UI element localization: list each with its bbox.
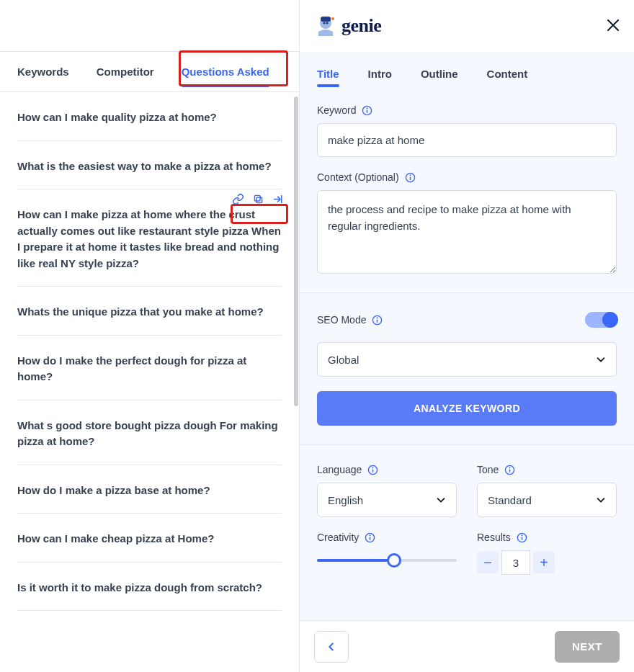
divider <box>300 292 634 293</box>
keyword-label: Keyword <box>317 104 617 116</box>
svg-rect-11 <box>409 176 411 179</box>
analyze-keyword-button[interactable]: ANALYZE KEYWORD <box>317 391 617 426</box>
link-icon[interactable] <box>230 191 246 207</box>
seo-mode-label: SEO Mode <box>317 314 383 326</box>
tab-keywords[interactable]: Keywords <box>17 57 69 86</box>
question-item[interactable]: What is the easiest way to make a pizza … <box>17 141 282 190</box>
info-icon[interactable] <box>362 105 372 116</box>
svg-rect-17 <box>372 469 374 472</box>
seo-mode-toggle[interactable] <box>585 312 617 328</box>
svg-rect-26 <box>521 537 522 539</box>
svg-rect-1 <box>254 195 260 201</box>
results-input[interactable] <box>501 550 530 575</box>
chevron-down-icon <box>594 493 607 506</box>
brand-name: genie <box>341 15 381 37</box>
language-select[interactable]: English <box>317 483 457 517</box>
results-label: Results <box>477 532 617 543</box>
question-text: How do I make the perfect dough for pizz… <box>17 353 282 385</box>
question-text: How do I make a pizza base at home? <box>17 483 282 499</box>
scrollbar[interactable] <box>294 97 298 406</box>
question-item[interactable]: How can I make quality pizza at home? <box>17 92 282 141</box>
brand-logo-icon <box>314 14 337 37</box>
tab-questions-asked[interactable]: Questions Asked <box>182 57 269 86</box>
svg-rect-14 <box>377 319 378 322</box>
info-icon[interactable] <box>367 465 378 475</box>
question-text: What s good store bought pizza dough For… <box>17 418 282 450</box>
tab-title[interactable]: Title <box>317 61 339 87</box>
info-icon[interactable] <box>405 172 416 183</box>
svg-point-5 <box>326 22 328 24</box>
results-decrement[interactable]: − <box>477 552 499 573</box>
left-tabs: Keywords Competitor Questions Asked <box>0 52 299 92</box>
tab-competitor[interactable]: Competitor <box>97 57 154 86</box>
svg-rect-0 <box>256 197 262 202</box>
right-header: genie <box>300 0 634 52</box>
context-input[interactable] <box>317 190 617 274</box>
question-text: How can I make pizza at home where the c… <box>17 207 282 272</box>
language-value: English <box>328 494 363 506</box>
right-footer: NEXT <box>300 620 634 672</box>
results-increment[interactable]: + <box>533 552 555 573</box>
info-icon[interactable] <box>365 532 375 543</box>
tone-label: Tone <box>477 464 617 475</box>
chevron-down-icon <box>434 493 447 506</box>
info-icon[interactable] <box>372 315 383 326</box>
question-item[interactable]: How do I make the perfect dough for pizz… <box>17 336 282 400</box>
question-item[interactable]: Is it worth it to make pizza dough from … <box>17 563 282 611</box>
keyword-input[interactable] <box>317 123 617 157</box>
left-blank-header <box>0 0 299 52</box>
row-actions <box>230 191 286 207</box>
svg-point-27 <box>521 534 522 536</box>
context-label: Context (Optional) <box>317 171 617 183</box>
svg-rect-8 <box>367 109 368 112</box>
region-value: Global <box>328 354 359 366</box>
svg-point-4 <box>323 22 325 24</box>
tone-select[interactable]: Standard <box>477 483 617 517</box>
svg-point-12 <box>409 174 411 176</box>
question-text: How can I make cheap pizza at Home? <box>17 531 282 547</box>
question-text: How can I make quality pizza at home? <box>17 109 282 126</box>
question-item[interactable]: How can I make cheap pizza at Home? <box>17 514 282 563</box>
question-item[interactable]: Whats the unique pizza that you make at … <box>17 287 282 336</box>
insert-icon[interactable] <box>270 191 286 207</box>
question-item[interactable]: How can I make pizza at home where the c… <box>17 189 282 287</box>
language-label: Language <box>317 464 457 475</box>
question-item[interactable]: How do I make a pizza base at home? <box>17 465 282 514</box>
region-select[interactable]: Global <box>317 342 617 377</box>
tab-content[interactable]: Content <box>487 61 528 87</box>
question-item[interactable]: What s good store bought pizza dough For… <box>17 400 282 465</box>
brand: genie <box>314 14 381 37</box>
tab-intro[interactable]: Intro <box>368 61 392 87</box>
question-text: Whats the unique pizza that you make at … <box>17 304 282 321</box>
right-tabs: Title Intro Outline Content <box>300 52 634 87</box>
divider <box>300 444 634 445</box>
svg-point-9 <box>367 107 368 109</box>
svg-rect-23 <box>370 537 371 539</box>
next-button[interactable]: NEXT <box>555 631 620 663</box>
info-icon[interactable] <box>517 532 527 543</box>
tone-value: Standard <box>488 494 532 506</box>
svg-point-21 <box>509 467 511 468</box>
question-text: What is the easiest way to make a pizza … <box>17 158 282 175</box>
svg-point-15 <box>377 317 378 318</box>
questions-list: How can I make quality pizza at home?Wha… <box>0 92 299 672</box>
chevron-left-icon <box>325 640 338 653</box>
copy-icon[interactable] <box>250 191 266 207</box>
tab-outline[interactable]: Outline <box>421 61 458 87</box>
chevron-down-icon <box>594 353 607 366</box>
creativity-slider[interactable] <box>317 550 457 570</box>
info-icon[interactable] <box>504 465 515 475</box>
svg-point-18 <box>372 467 374 468</box>
svg-point-6 <box>331 17 334 20</box>
back-button[interactable] <box>314 631 349 663</box>
creativity-label: Creativity <box>317 532 457 543</box>
results-stepper: − + <box>477 550 617 575</box>
question-text: Is it worth it to make pizza dough from … <box>17 580 282 596</box>
svg-point-24 <box>370 534 371 536</box>
close-icon[interactable] <box>607 17 620 35</box>
svg-rect-20 <box>509 469 511 472</box>
svg-rect-3 <box>321 17 331 22</box>
